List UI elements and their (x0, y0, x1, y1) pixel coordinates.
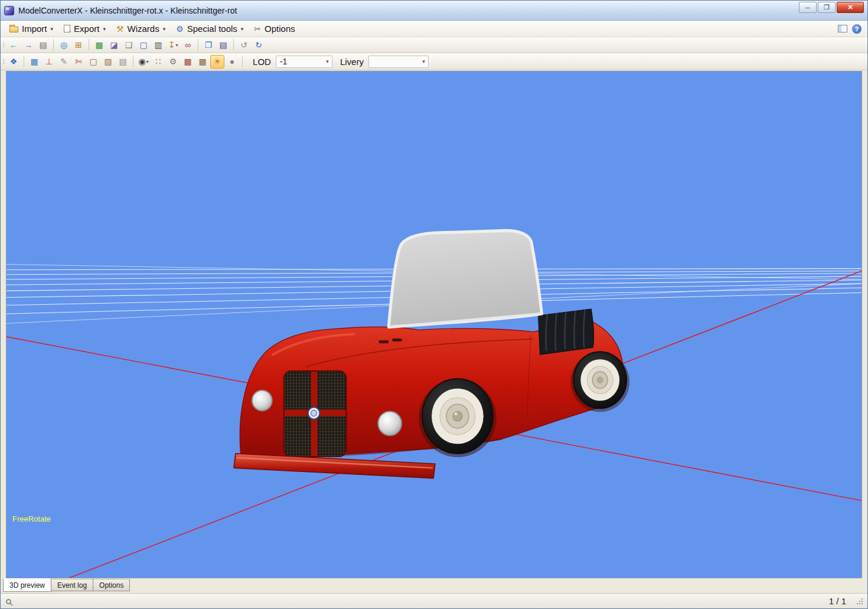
tab-options[interactable]: Options (93, 579, 130, 591)
toolbar-grip[interactable]: ⁞ (3, 58, 4, 65)
scissors-icon: ✂ (254, 25, 261, 33)
thumbnail-view-icon[interactable]: ▢ (136, 38, 151, 52)
chevron-down-icon: ▾ (103, 26, 106, 32)
viewport-frame: FreeRotate (1, 70, 867, 579)
3d-scene (6, 71, 862, 578)
menu-import-label: Import (22, 24, 47, 34)
hint-magnifier-icon (6, 599, 11, 604)
title-bar: ModelConverterX - Kleinschnittger-rot.x … (1, 1, 867, 21)
find-object-icon[interactable]: ◎ (57, 38, 71, 52)
sun-lighting-icon[interactable]: ☀ (210, 55, 224, 69)
chevron-down-icon: ▾ (175, 43, 178, 48)
color-cubes-icon[interactable]: ∷ (151, 55, 165, 69)
maximize-button[interactable]: ❐ (818, 2, 836, 13)
panel-tabs: 3D preview Event log Options (1, 579, 867, 593)
menu-export-label: Export (74, 24, 99, 34)
camera-glyph: ◉ (138, 57, 145, 66)
minimize-button[interactable]: ─ (799, 2, 817, 13)
livery-label: Livery (340, 57, 364, 67)
windshield (389, 230, 541, 327)
menu-special-tools-label: Special tools (187, 24, 237, 34)
main-toolbar: ⁞ ← → ▤ ◎ ⊞ ▩ ◪ ❏ ▢ ▥ ↧▾ ∞ ❐ ▤ ↺ ↻ (1, 37, 867, 53)
toolbar-separator (89, 39, 89, 51)
polygon-sheet-icon[interactable]: ▤ (116, 55, 130, 69)
chevron-down-icon: ▾ (419, 58, 428, 64)
cowl-vent (378, 340, 389, 343)
menu-special-tools[interactable]: ⚙ Special tools ▾ (171, 22, 249, 35)
toolbar-separator (53, 39, 54, 51)
toolbar-separator (242, 56, 243, 67)
menu-wizards-label: Wizards (128, 24, 159, 34)
bounding-box-icon[interactable]: ▢ (86, 55, 100, 69)
headlight-right (378, 411, 402, 435)
event-log-icon[interactable]: ▤ (36, 38, 50, 52)
open-folder-icon (9, 27, 18, 32)
layout-panels-icon[interactable] (838, 25, 847, 32)
menu-bar-right: ? (838, 24, 864, 34)
app-icon (4, 6, 14, 15)
show-axes-icon[interactable]: ⊥ (42, 55, 56, 69)
cut-section-icon[interactable]: ✄ (71, 55, 86, 69)
wood-crate-icon[interactable]: ▩ (195, 55, 210, 69)
toolbar-separator (24, 56, 24, 67)
menu-wizards[interactable]: ⚒ Wizards ▾ (111, 22, 171, 35)
texture-editor-icon[interactable]: ▩ (92, 38, 106, 52)
render-camera-icon[interactable]: ◉▾ (136, 55, 151, 69)
livery-select[interactable]: ▾ (368, 56, 429, 68)
back-icon[interactable]: ← (6, 38, 21, 52)
animation-player-icon[interactable]: ▥ (151, 38, 165, 52)
chevron-down-icon: ▾ (51, 26, 54, 32)
menu-bar: Import ▾ Export ▾ ⚒ Wizards ▾ ⚙ Special … (1, 21, 867, 37)
rotate-mode-label: FreeRotate (12, 514, 51, 523)
chevron-down-icon: ▾ (146, 59, 149, 64)
lod-label: LOD (253, 57, 271, 67)
grid-toggle-icon[interactable]: ▦ (27, 55, 41, 69)
close-button[interactable]: ✕ (837, 2, 864, 13)
attached-links-icon[interactable]: ∞ (181, 38, 195, 52)
undo-icon[interactable]: ↺ (237, 38, 251, 52)
model-counter: 1 / 1 (829, 596, 846, 606)
screenshot-icon[interactable]: ❐ (201, 38, 216, 52)
status-bar: 1 / 1 (1, 593, 867, 608)
frame-list-icon[interactable]: ❏ (122, 38, 136, 52)
toolbar-grip[interactable]: ⁞ (3, 41, 4, 48)
window-title: ModelConverterX - Kleinschnittger-rot.x … (18, 6, 237, 15)
toolbar-separator (233, 39, 234, 51)
tab-event-log[interactable]: Event log (51, 579, 93, 591)
gear-icon: ⚙ (176, 25, 184, 33)
export-options-icon[interactable]: ↧▾ (166, 38, 180, 52)
lod-select[interactable]: -1 ▾ (276, 56, 332, 68)
export-page-icon (64, 25, 70, 32)
material-editor-icon[interactable]: ◪ (107, 38, 121, 52)
view-settings-icon[interactable]: ⚙ (166, 55, 180, 69)
toolbar-separator (133, 56, 133, 67)
menu-export[interactable]: Export ▾ (58, 22, 111, 35)
redo-icon[interactable]: ↻ (252, 38, 266, 52)
lod-value: -1 (276, 57, 323, 66)
help-icon[interactable]: ? (852, 24, 862, 34)
crate-object-icon[interactable]: ▩ (181, 55, 195, 69)
export-drop-glyph: ↧ (168, 40, 175, 50)
forward-icon[interactable]: → (21, 38, 35, 52)
tab-3d-preview[interactable]: 3D preview (3, 578, 51, 592)
3d-viewport[interactable]: FreeRotate (6, 71, 862, 578)
annotate-icon[interactable]: ✎ (57, 55, 71, 69)
menu-import[interactable]: Import ▾ (4, 22, 58, 35)
resize-grip[interactable] (856, 597, 863, 605)
toolbar-separator (198, 39, 198, 51)
menu-options[interactable]: ✂ Options (249, 22, 300, 35)
texture-mode-icon[interactable]: ▧ (101, 55, 115, 69)
report-view-icon[interactable]: ▤ (216, 38, 230, 52)
sphere-shading-icon[interactable]: ● (225, 55, 239, 69)
zoom-extents-icon[interactable]: ❖ (6, 55, 21, 69)
car-model (234, 230, 629, 478)
wand-icon: ⚒ (116, 25, 124, 33)
chevron-down-icon: ▾ (163, 26, 166, 32)
headlight-left (252, 390, 272, 411)
object-hierarchy-icon[interactable]: ⊞ (71, 38, 86, 52)
menu-options-label: Options (265, 24, 295, 34)
app-window: ModelConverterX - Kleinschnittger-rot.x … (0, 0, 868, 609)
chevron-down-icon: ▾ (323, 58, 332, 64)
cowl-vent (392, 338, 402, 341)
view-toolbar: ⁞ ❖ ▦ ⊥ ✎ ✄ ▢ ▧ ▤ ◉▾ ∷ ⚙ ▩ ▩ ☀ ● LOD -1 … (1, 53, 867, 70)
